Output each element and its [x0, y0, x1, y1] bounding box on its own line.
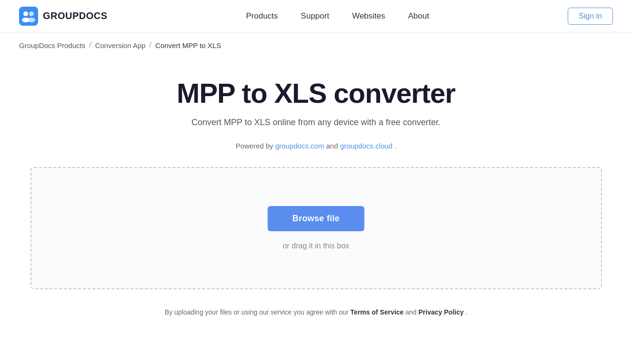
breadcrumb: GroupDocs Products / Conversion App / Co… — [0, 32, 632, 58]
breadcrumb-separator-2: / — [150, 41, 151, 49]
sign-in-button[interactable]: Sign in — [568, 8, 613, 25]
breadcrumb-current: Convert MPP to XLS — [155, 41, 221, 49]
powered-by-and: and — [326, 142, 340, 150]
footer-and: and — [405, 308, 418, 316]
breadcrumb-groupdocs-products[interactable]: GroupDocs Products — [19, 41, 85, 49]
drop-zone[interactable]: Browse file or drag it in this box — [30, 167, 602, 289]
nav-products[interactable]: Products — [246, 8, 278, 25]
nav-about[interactable]: About — [408, 8, 429, 25]
svg-point-4 — [28, 18, 35, 22]
logo-text: GROUPDOCS — [43, 10, 108, 21]
svg-point-2 — [29, 11, 34, 16]
drag-hint: or drag it in this box — [283, 242, 350, 250]
terms-of-service-link[interactable]: Terms of Service — [351, 308, 404, 316]
footer-note: By uploading your files or using our ser… — [165, 308, 468, 316]
logo-icon — [19, 7, 38, 26]
powered-by-end: . — [394, 142, 396, 150]
page-title: MPP to XLS converter — [177, 77, 455, 109]
browse-file-button[interactable]: Browse file — [268, 206, 364, 231]
nav-support[interactable]: Support — [301, 8, 330, 25]
privacy-policy-link[interactable]: Privacy Policy — [419, 308, 464, 316]
main-nav: Products Support Websites About — [246, 8, 430, 25]
svg-rect-0 — [19, 7, 38, 26]
logo[interactable]: GROUPDOCS — [19, 7, 108, 26]
powered-by-link1[interactable]: groupdocs.com — [275, 142, 324, 150]
page-subtitle: Convert MPP to XLS online from any devic… — [191, 118, 441, 128]
powered-by-text: Powered by — [236, 142, 275, 150]
powered-by: Powered by groupdocs.com and groupdocs.c… — [236, 142, 397, 150]
svg-point-1 — [23, 11, 28, 16]
footer-prefix: By uploading your files or using our ser… — [165, 308, 351, 316]
powered-by-link2[interactable]: groupdocs.cloud — [340, 142, 392, 150]
breadcrumb-conversion-app[interactable]: Conversion App — [95, 41, 146, 49]
nav-websites[interactable]: Websites — [352, 8, 385, 25]
footer-suffix: . — [465, 308, 467, 316]
breadcrumb-separator-1: / — [89, 41, 91, 49]
